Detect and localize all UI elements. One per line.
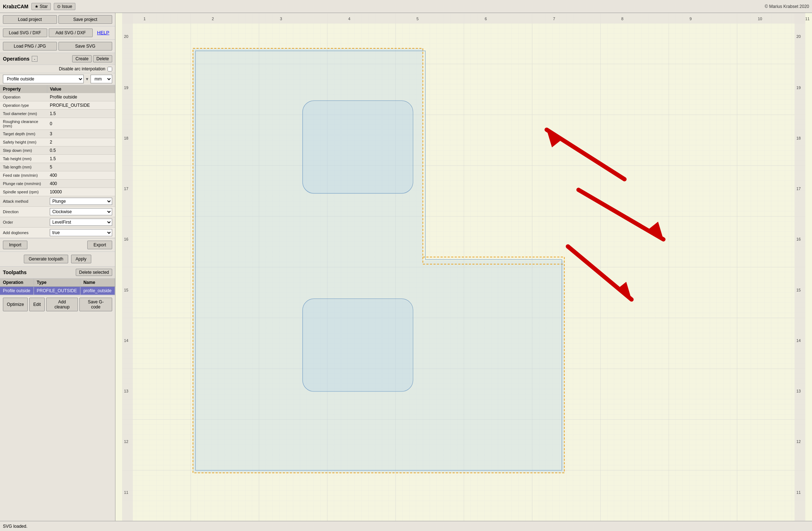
add-cleanup-button[interactable]: Add cleanup (46, 298, 78, 311)
svg-text:9: 9 (690, 17, 692, 21)
load-project-button[interactable]: Load project (3, 15, 57, 24)
edit-button[interactable]: Edit (29, 298, 45, 311)
export-button[interactable]: Export (87, 241, 112, 249)
property-name: Feed rate (mm/min) (0, 171, 47, 180)
save-project-button[interactable]: Save project (58, 15, 113, 24)
svg-text:15: 15 (796, 288, 801, 292)
create-operation-button[interactable]: Create (72, 55, 92, 62)
help-link[interactable]: HELP (94, 28, 112, 37)
load-png-jpg-button[interactable]: Load PNG / JPG (3, 42, 57, 51)
property-select[interactable]: LevelFirstPathFirst (50, 219, 112, 226)
title-bar-left: KrabzCAM ★ Star ⊙ Issue (3, 3, 75, 10)
property-name: Tab length (mm) (0, 163, 47, 171)
property-input[interactable] (50, 181, 112, 186)
property-row: Operation typePROFILE_OUTSIDE (0, 101, 115, 110)
property-name: Operation type (0, 101, 47, 110)
property-input[interactable] (50, 156, 112, 161)
operations-header: Operations - Create Delete (0, 53, 115, 65)
svg-text:19: 19 (796, 85, 801, 90)
property-value[interactable] (47, 180, 115, 188)
import-button[interactable]: Import (3, 241, 27, 249)
property-row: Tab height (mm) (0, 155, 115, 163)
property-row: Roughing clearance (mm) (0, 118, 115, 130)
property-input[interactable] (50, 189, 112, 194)
property-select[interactable]: ClockwiseCounter-clockwise (50, 208, 112, 215)
copyright: © Marius Krabset 2020 (765, 4, 809, 9)
save-svg-button[interactable]: Save SVG (58, 42, 113, 51)
property-row: Tool diameter (mm) (0, 110, 115, 118)
arc-interpolation-checkbox[interactable] (107, 67, 112, 71)
property-value[interactable]: PlungeRampHelix (47, 196, 115, 207)
star-button[interactable]: ★ Star (31, 3, 51, 10)
property-row: Attack methodPlungeRampHelix (0, 196, 115, 207)
svg-text:20: 20 (796, 34, 801, 39)
property-value[interactable] (47, 188, 115, 196)
property-select[interactable]: truefalse (50, 229, 112, 236)
profile-select-row: Profile outside Profile inside Pocket ▼ … (0, 73, 115, 85)
property-name: Tab height (mm) (0, 155, 47, 163)
add-svg-dxf-button[interactable]: Add SVG / DXF (49, 28, 93, 37)
property-row: OperationProfile outside (0, 93, 115, 101)
property-name: Target depth (mm) (0, 130, 47, 138)
svg-text:13: 13 (124, 389, 128, 393)
property-input[interactable] (50, 121, 112, 126)
property-value[interactable]: truefalse (47, 228, 115, 238)
property-input[interactable] (50, 131, 112, 136)
property-row: Safety height (mm) (0, 138, 115, 146)
property-row: Step down (mm) (0, 146, 115, 155)
svg-text:7: 7 (553, 17, 555, 21)
toolpaths-title: Toolpaths (3, 269, 27, 275)
toolpath-name: profile_outside (80, 287, 115, 295)
import-export-row: Import Export (0, 238, 115, 252)
svg-text:14: 14 (124, 338, 128, 343)
optimize-button[interactable]: Optimize (3, 298, 28, 311)
generate-toolpath-button[interactable]: Generate toolpath (24, 255, 68, 263)
property-row: OrderLevelFirstPathFirst (0, 217, 115, 228)
property-row: Spindle speed (rpm) (0, 188, 115, 196)
title-bar: KrabzCAM ★ Star ⊙ Issue © Marius Krabset… (0, 0, 812, 13)
property-name: Spindle speed (rpm) (0, 188, 47, 196)
unit-select[interactable]: mm inch (91, 75, 112, 83)
property-input[interactable] (50, 140, 112, 145)
property-name: Plunge rate (mm/min) (0, 180, 47, 188)
property-value[interactable] (47, 130, 115, 138)
property-value[interactable] (47, 171, 115, 180)
property-value[interactable] (47, 163, 115, 171)
property-value[interactable] (47, 155, 115, 163)
delete-operation-button[interactable]: Delete (93, 55, 112, 62)
issue-button[interactable]: ⊙ Issue (54, 3, 75, 10)
property-value[interactable] (47, 110, 115, 118)
save-gcode-button[interactable]: Save G-code (79, 298, 112, 311)
svg-text:20: 20 (124, 34, 128, 39)
property-value[interactable]: ClockwiseCounter-clockwise (47, 207, 115, 217)
property-input[interactable] (50, 164, 112, 170)
svg-text:12: 12 (796, 439, 801, 444)
property-name: Order (0, 217, 47, 228)
property-select[interactable]: PlungeRampHelix (50, 198, 112, 205)
property-input[interactable] (50, 111, 112, 116)
property-row: Tab length (mm) (0, 163, 115, 171)
property-input[interactable] (50, 173, 112, 178)
load-svg-dxf-button[interactable]: Load SVG / DXF (3, 28, 47, 37)
property-name: Add dogbones (0, 228, 47, 238)
profile-type-select[interactable]: Profile outside Profile inside Pocket (3, 75, 84, 83)
apply-button[interactable]: Apply (71, 255, 91, 263)
property-input[interactable] (50, 148, 112, 153)
operations-collapse-button[interactable]: - (32, 56, 38, 62)
svg-text:19: 19 (124, 85, 128, 90)
property-value[interactable] (47, 146, 115, 155)
property-row: Plunge rate (mm/min) (0, 180, 115, 188)
toolpath-row[interactable]: Profile outsidePROFILE_OUTSIDEprofile_ou… (0, 287, 115, 295)
svg-text:12: 12 (124, 439, 128, 444)
property-value[interactable]: LevelFirstPathFirst (47, 217, 115, 228)
toolpaths-col-operation: Operation (0, 278, 34, 287)
svg-text:11: 11 (805, 17, 809, 21)
svg-text:1: 1 (144, 17, 146, 21)
canvas-area[interactable]: 1 path(s) selected, segs=56 (closed=true… (115, 13, 812, 521)
svg-text:13: 13 (796, 389, 801, 393)
property-value[interactable] (47, 118, 115, 130)
svg-text:2: 2 (212, 17, 214, 21)
property-value[interactable] (47, 138, 115, 146)
delete-selected-button[interactable]: Delete selected (76, 269, 112, 276)
main-layout: Load project Save project Load SVG / DXF… (0, 13, 812, 521)
